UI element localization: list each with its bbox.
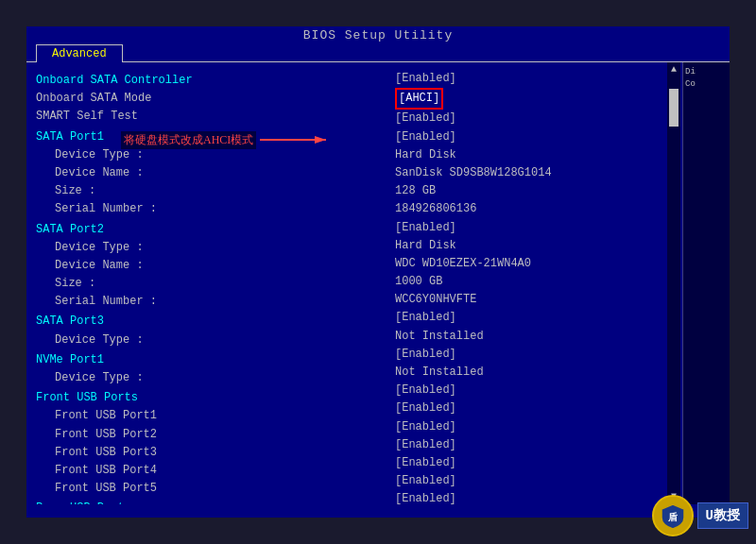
menu-onboard-sata-controller[interactable]: Onboard SATA Controller	[36, 72, 376, 90]
menu-front-usb-port2[interactable]: Front USB Port2	[36, 426, 376, 444]
menu-nvme-port1-device-type[interactable]: Device Type :	[36, 369, 376, 387]
value-sata-port1-device-name: SanDisk SD9SB8W128G1014	[395, 164, 673, 182]
tab-advanced[interactable]: Advanced	[36, 44, 123, 62]
value-front-usb-port3: [Enabled]	[395, 436, 673, 454]
scrollbar-track[interactable]	[669, 79, 679, 487]
menu-sata-port3-device-type[interactable]: Device Type :	[36, 332, 376, 349]
main-content: Onboard SATA Controller Onboard SATA Mod…	[26, 62, 730, 504]
svg-text:盾: 盾	[667, 512, 679, 522]
value-sata-port2-device-name: WDC WD10EZEX-21WN4A0	[395, 255, 673, 273]
value-sata-port2-device-type: Hard Disk	[395, 237, 673, 255]
value-sata-port3-not-installed: Not Installed	[395, 328, 673, 346]
title-bar: BIOS Setup Utility	[26, 26, 730, 44]
value-sata-port2: [Enabled]	[395, 219, 673, 237]
value-sata-port2-size: 1000 GB	[395, 273, 673, 291]
value-sata-port1-size: 128 GB	[395, 182, 673, 200]
info-text: DiCo	[685, 66, 728, 90]
value-sata-port1-serial: 184926806136	[395, 200, 673, 218]
watermark: 盾 U教授	[652, 495, 748, 536]
bios-screen: BIOS Setup Utility Advanced Onboard SATA…	[26, 26, 730, 518]
watermark-label: U教授	[697, 502, 748, 529]
value-sata-port1-device-type: Hard Disk	[395, 146, 673, 164]
menu-front-usb-port4[interactable]: Front USB Port4	[36, 462, 376, 480]
value-front-usb-ports: [Enabled]	[395, 382, 673, 400]
menu-front-usb-port3[interactable]: Front USB Port3	[36, 444, 376, 462]
menu-sata-port2-device-name[interactable]: Device Name :	[36, 257, 376, 275]
photo-frame: BIOS Setup Utility Advanced Onboard SATA…	[0, 0, 756, 544]
ahci-value[interactable]: [AHCI]	[395, 88, 443, 110]
value-nvme-not-installed: Not Installed	[395, 364, 673, 382]
value-rear-usb-ports: [Enabled]	[395, 490, 673, 504]
menu-nvme-port1[interactable]: NVMe Port1	[36, 351, 376, 369]
value-sata-port1: [Enabled]	[395, 128, 673, 146]
menu-sata-port3[interactable]: SATA Port3	[36, 313, 376, 331]
scrollbar-up-button[interactable]: ▲	[671, 62, 677, 77]
menu-sata-port1-serial[interactable]: Serial Number :	[36, 200, 376, 218]
menu-sata-port1-device-type[interactable]: Device Type :	[36, 146, 376, 164]
shield-icon: 盾	[660, 502, 686, 529]
value-smart-self-test: [Enabled]	[395, 110, 673, 128]
menu-sata-port2-size[interactable]: Size :	[36, 275, 376, 293]
menu-smart-self-test[interactable]: SMART Self Test	[36, 108, 376, 126]
value-sata-port2-serial: WCC6Y0NHVFTE	[395, 291, 673, 309]
menu-front-usb-port5[interactable]: Front USB Port5	[36, 480, 376, 498]
menu-rear-usb-ports[interactable]: Rear USB Ports	[36, 500, 376, 504]
menu-onboard-sata-mode[interactable]: Onboard SATA Mode	[36, 90, 376, 108]
tab-bar: Advanced	[26, 44, 730, 62]
menu-sata-port1[interactable]: SATA Port1	[36, 128, 376, 146]
menu-front-usb-port1[interactable]: Front USB Port1	[36, 407, 376, 425]
value-front-usb-port2: [Enabled]	[395, 418, 673, 436]
left-panel: Onboard SATA Controller Onboard SATA Mod…	[26, 62, 386, 504]
info-panel: DiCo	[682, 62, 730, 504]
menu-front-usb-ports[interactable]: Front USB Ports	[36, 389, 376, 407]
scrollbar[interactable]: ▲ ▼	[667, 62, 680, 504]
menu-sata-port1-size[interactable]: Size :	[36, 182, 376, 200]
value-front-usb-port1: [Enabled]	[395, 400, 673, 417]
value-nvme-port1: [Enabled]	[395, 346, 673, 364]
watermark-icon: 盾	[652, 495, 694, 536]
menu-sata-port2-device-type[interactable]: Device Type :	[36, 239, 376, 257]
menu-sata-port2[interactable]: SATA Port2	[36, 221, 376, 239]
bios-title: BIOS Setup Utility	[303, 28, 453, 42]
scrollbar-thumb[interactable]	[669, 89, 679, 127]
value-onboard-sata-mode: [AHCI]	[395, 88, 673, 110]
value-front-usb-port4: [Enabled]	[395, 454, 673, 472]
right-panel: [Enabled] [AHCI] [Enabled] [Enabled] Har…	[386, 62, 682, 504]
value-onboard-sata-controller: [Enabled]	[395, 70, 673, 88]
value-front-usb-port5: [Enabled]	[395, 472, 673, 490]
menu-sata-port1-device-name[interactable]: Device Name :	[36, 164, 376, 182]
menu-sata-port2-serial[interactable]: Serial Number :	[36, 293, 376, 311]
value-sata-port3: [Enabled]	[395, 309, 673, 327]
